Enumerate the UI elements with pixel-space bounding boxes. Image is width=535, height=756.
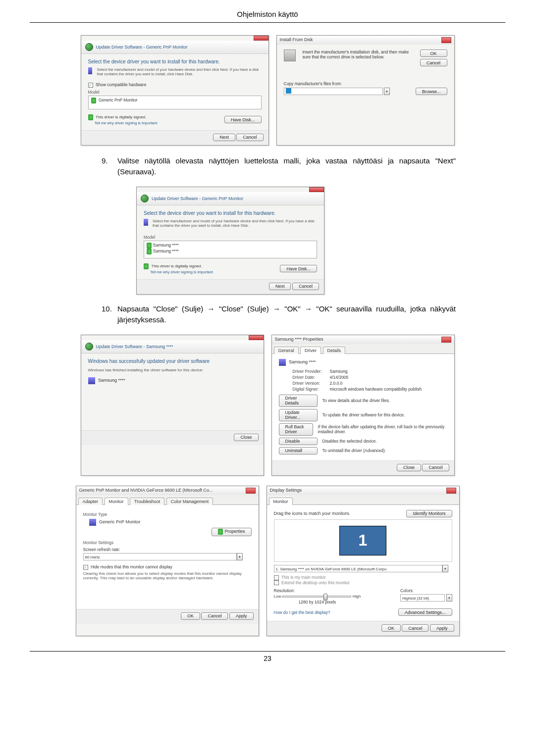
shield-icon (88, 114, 93, 120)
rollback-button[interactable]: Roll Back Driver (279, 423, 313, 436)
disk-icon (284, 50, 296, 61)
ok-button[interactable]: OK (381, 624, 401, 632)
dropdown-icon[interactable]: ▾ (442, 565, 448, 572)
path-input[interactable] (284, 88, 383, 95)
apply-button[interactable]: Apply (229, 612, 254, 620)
hide-modes-label: Hide modes that this monitor cannot disp… (91, 564, 172, 569)
step-text: Napsauta "Close" (Sulje) → "Close" (Sulj… (117, 303, 456, 326)
list-item: Samsung **** (153, 243, 179, 248)
ok-button[interactable]: OK (181, 612, 200, 620)
cancel-button[interactable]: Cancel (402, 624, 428, 632)
identify-button[interactable]: Identify Monitors (406, 510, 452, 517)
colors-select[interactable]: Highest (32 bit) (400, 594, 445, 602)
tab-general[interactable]: General (274, 347, 299, 354)
ok-button[interactable]: OK (420, 50, 447, 57)
uninstall-text: To uninstall the driver (Advanced). (322, 448, 386, 453)
model-label: Model (88, 90, 262, 95)
monitor-icon (89, 519, 96, 526)
close-icon[interactable] (249, 335, 264, 340)
update-driver-dialog-generic: Update Driver Software - Generic PnP Mon… (81, 35, 269, 146)
close-icon[interactable] (441, 37, 451, 43)
signing-link[interactable]: Tell me why driver signing is important (95, 121, 158, 125)
compatible-checkbox[interactable]: ✓ (88, 83, 93, 88)
signed-text: This driver is digitally signed. (96, 115, 146, 119)
tab-color-management[interactable]: Color Management (166, 498, 214, 505)
signing-link[interactable]: Tell me why driver signing is important (150, 270, 213, 274)
tab-monitor[interactable]: Monitor (269, 498, 293, 505)
close-icon[interactable] (309, 187, 324, 192)
tab-troubleshoot[interactable]: Troubleshoot (130, 498, 164, 505)
cancel-button[interactable]: Cancel (422, 464, 449, 471)
disable-button[interactable]: Disable (279, 438, 318, 445)
driver-details-button[interactable]: Driver Details (279, 395, 318, 407)
monitor-type-label: Monitor Type (83, 512, 252, 517)
close-icon[interactable] (441, 337, 451, 343)
close-icon[interactable] (254, 36, 268, 41)
have-disk-button[interactable]: Have Disk... (224, 116, 262, 123)
slider-high: High (353, 594, 361, 599)
dialog-title: Samsung **** Properties (275, 337, 323, 343)
close-icon[interactable] (446, 488, 456, 494)
copy-label: Copy manufacturer's files from: (284, 81, 447, 86)
resolution-slider[interactable] (282, 596, 351, 598)
device-name: Samsung **** (98, 378, 125, 383)
model-listbox[interactable]: Samsung **** Samsung **** (144, 241, 317, 258)
refresh-label: Screen refresh rate: (83, 547, 252, 552)
close-button[interactable]: Close (397, 464, 421, 471)
breadcrumb: Update Driver Software - Generic PnP Mon… (152, 196, 243, 201)
back-icon[interactable] (85, 343, 93, 351)
update-driver-button[interactable]: Update Driver... (279, 409, 318, 421)
close-icon[interactable] (246, 488, 256, 494)
compatible-label: Show compatible hardware (96, 82, 147, 87)
monitor-settings-label: Monitor Settings (83, 540, 252, 545)
monitor-properties-dialog: Generic PnP Monitor and NVIDIA GeForce 6… (76, 486, 259, 637)
breadcrumb: Update Driver Software - Samsung **** (96, 344, 173, 349)
shield-icon (147, 243, 152, 249)
dropdown-icon[interactable]: ▾ (446, 594, 452, 602)
dropdown-icon[interactable]: ▾ (237, 553, 243, 560)
refresh-select[interactable]: 60 Hertz (83, 553, 237, 560)
browse-button[interactable]: Browse... (416, 88, 447, 95)
close-button[interactable]: Close (234, 434, 258, 441)
have-disk-button[interactable]: Have Disk... (280, 265, 317, 272)
model-listbox[interactable]: Generic PnP Monitor (88, 96, 262, 109)
dialog-heading: Select the device driver you want to ins… (88, 59, 262, 64)
dropdown-icon[interactable]: ▾ (384, 88, 390, 95)
dialog-title: Install From Disk (280, 37, 313, 43)
dialog-subtext: Windows has finished installing the driv… (88, 368, 257, 372)
device-icon (279, 359, 286, 366)
driver-properties-dialog: Samsung **** Properties General Driver D… (271, 335, 455, 476)
back-icon[interactable] (141, 195, 149, 202)
cancel-button[interactable]: Cancel (292, 283, 319, 290)
hide-modes-checkbox[interactable]: ✓ (83, 565, 88, 570)
list-item: Generic PnP Monitor (99, 98, 138, 102)
disable-text: Disables the selected device. (322, 439, 377, 444)
shield-icon (218, 529, 223, 535)
back-icon[interactable] (85, 43, 93, 51)
cancel-button[interactable]: Cancel (236, 134, 263, 141)
device-icon (144, 219, 148, 226)
tab-monitor[interactable]: Monitor (105, 498, 128, 505)
monitor-icon-box[interactable]: 1 (339, 526, 386, 555)
apply-button[interactable]: Apply (430, 624, 454, 632)
monitor-select[interactable]: 1. Samsung **** on NVIDIA GeForce 6600 L… (274, 565, 442, 572)
signer-value: microsoft windows hardware compatibility… (330, 387, 422, 392)
properties-button[interactable]: Properties (212, 528, 251, 536)
install-from-disk-dialog: Install From Disk Insert the manufacture… (276, 35, 455, 146)
uninstall-button[interactable]: Uninstall (279, 447, 318, 454)
best-display-link[interactable]: How do I get the best display? (274, 610, 330, 615)
shield-icon (147, 249, 152, 254)
cancel-button[interactable]: Cancel (201, 612, 228, 620)
tab-details[interactable]: Details (323, 347, 346, 354)
advanced-button[interactable]: Advanced Settings... (398, 608, 452, 616)
cancel-button[interactable]: Cancel (420, 59, 447, 66)
next-button[interactable]: Next (213, 134, 235, 141)
provider-value: Samsung (330, 369, 348, 374)
main-monitor-checkbox: ✓ (274, 575, 279, 580)
tab-driver[interactable]: Driver (300, 347, 321, 354)
dialog-title: Display Settings (270, 488, 302, 494)
next-button[interactable]: Next (269, 283, 291, 290)
resolution-value: 1280 by 1024 pixels (274, 600, 361, 605)
provider-label: Driver Provider: (293, 369, 330, 374)
tab-adapter[interactable]: Adapter (78, 498, 103, 505)
